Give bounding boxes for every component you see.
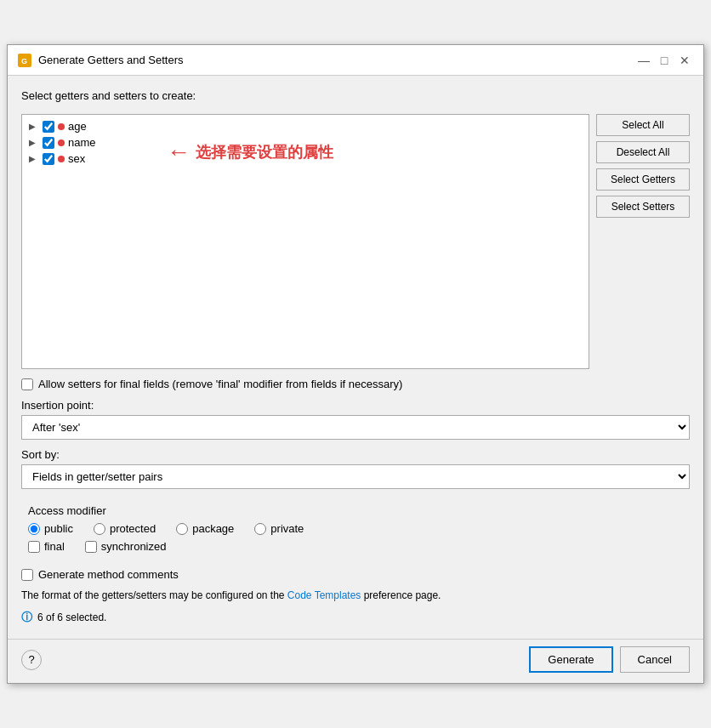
side-buttons: Select All Deselect All Select Getters S… bbox=[596, 114, 690, 218]
tree-container: ▶ age ▶ name ▶ bbox=[21, 114, 589, 369]
tree-arrow-sex: ▶ bbox=[29, 154, 39, 163]
tree-item-age[interactable]: ▶ age bbox=[26, 118, 585, 134]
deselect-all-button[interactable]: Deselect All bbox=[596, 141, 690, 163]
footer-row: ? Generate Cancel bbox=[8, 640, 703, 683]
status-icon: ⓘ bbox=[21, 610, 32, 625]
select-all-button[interactable]: Select All bbox=[596, 114, 690, 136]
tree-wrapper: ▶ age ▶ name ▶ bbox=[21, 114, 589, 369]
sort-by-select[interactable]: Fields in getter/setter pairs Alphabetic… bbox=[21, 464, 690, 489]
final-checkbox-item[interactable]: final bbox=[28, 540, 65, 553]
radio-package[interactable]: package bbox=[176, 522, 234, 535]
title-bar: G Generate Getters and Setters — □ ✕ bbox=[8, 45, 703, 76]
access-modifier-label: Access modifier bbox=[28, 504, 683, 517]
dialog-window: G Generate Getters and Setters — □ ✕ Sel… bbox=[7, 44, 704, 684]
allow-setters-row: Allow setters for final fields (remove '… bbox=[21, 378, 690, 390]
radio-input-protected[interactable] bbox=[94, 523, 105, 535]
radio-private[interactable]: private bbox=[254, 522, 304, 535]
radio-label-private: private bbox=[270, 522, 304, 535]
final-checkbox[interactable] bbox=[28, 541, 40, 553]
radio-input-package[interactable] bbox=[176, 523, 188, 535]
radio-public[interactable]: public bbox=[28, 522, 73, 535]
help-button[interactable]: ? bbox=[21, 650, 42, 670]
tree-checkbox-sex[interactable] bbox=[43, 153, 54, 165]
select-getters-button[interactable]: Select Getters bbox=[596, 168, 690, 191]
info-suffix: preference page. bbox=[364, 589, 441, 601]
info-text: The format of the getters/setters may be… bbox=[21, 589, 690, 601]
select-setters-button[interactable]: Select Setters bbox=[596, 196, 690, 218]
final-label: final bbox=[44, 540, 65, 553]
insertion-point-select[interactable]: After 'sex' Before 'age' First method La… bbox=[21, 415, 690, 440]
radio-protected[interactable]: protected bbox=[94, 522, 156, 535]
close-button[interactable]: ✕ bbox=[676, 52, 693, 69]
code-templates-link[interactable]: Code Templates bbox=[287, 589, 361, 601]
synchronized-checkbox[interactable] bbox=[85, 541, 97, 553]
tree-checkbox-age[interactable] bbox=[43, 121, 54, 133]
insertion-point-label: Insertion point: bbox=[21, 399, 690, 412]
dialog-body: Select getters and setters to create: ▶ … bbox=[8, 76, 703, 639]
tree-arrow-age: ▶ bbox=[29, 122, 39, 131]
radio-label-public: public bbox=[44, 522, 73, 535]
status-text: 6 of 6 selected. bbox=[37, 611, 106, 623]
tree-dot-sex bbox=[58, 156, 65, 162]
cancel-button[interactable]: Cancel bbox=[620, 646, 690, 673]
dialog-icon: G bbox=[18, 54, 31, 67]
tree-area-row: ▶ age ▶ name ▶ bbox=[21, 114, 690, 369]
allow-setters-checkbox[interactable] bbox=[21, 378, 33, 390]
radio-input-public[interactable] bbox=[28, 523, 40, 535]
info-prefix: The format of the getters/setters may be… bbox=[21, 589, 285, 601]
tree-dot-name bbox=[58, 139, 65, 146]
instruction-label: Select getters and setters to create: bbox=[21, 89, 690, 102]
insertion-point-row: Insertion point: After 'sex' Before 'age… bbox=[21, 399, 690, 440]
generate-comments-row: Generate method comments bbox=[21, 568, 690, 581]
synchronized-checkbox-item[interactable]: synchronized bbox=[85, 540, 167, 553]
annotation: ← 选择需要设置的属性 bbox=[167, 140, 333, 164]
radio-label-protected: protected bbox=[110, 522, 156, 535]
radio-row: public protected package private bbox=[28, 522, 683, 535]
sort-by-label: Sort by: bbox=[21, 448, 690, 461]
annotation-text: 选择需要设置的属性 bbox=[196, 142, 333, 162]
sort-by-row: Sort by: Fields in getter/setter pairs A… bbox=[21, 448, 690, 489]
radio-input-private[interactable] bbox=[254, 523, 266, 535]
tree-label-sex: sex bbox=[68, 152, 85, 165]
modifier-checkboxes-row: final synchronized bbox=[28, 540, 683, 553]
title-bar-left: G Generate Getters and Setters bbox=[18, 54, 184, 67]
generate-comments-checkbox[interactable] bbox=[21, 569, 33, 581]
dialog-title: Generate Getters and Setters bbox=[38, 54, 184, 66]
allow-setters-label: Allow setters for final fields (remove '… bbox=[38, 378, 402, 390]
footer-buttons: Generate Cancel bbox=[529, 646, 690, 673]
radio-label-package: package bbox=[192, 522, 234, 535]
tree-label-age: age bbox=[68, 120, 87, 133]
svg-text:G: G bbox=[21, 57, 27, 65]
generate-comments-label: Generate method comments bbox=[38, 568, 179, 581]
synchronized-label: synchronized bbox=[101, 540, 167, 553]
tree-dot-age bbox=[58, 123, 65, 130]
minimize-button[interactable]: — bbox=[635, 52, 652, 69]
tree-checkbox-name[interactable] bbox=[43, 137, 54, 149]
tree-label-name: name bbox=[68, 136, 96, 149]
status-row: ⓘ 6 of 6 selected. bbox=[21, 610, 690, 625]
maximize-button[interactable]: □ bbox=[656, 52, 673, 69]
title-controls: — □ ✕ bbox=[635, 52, 693, 69]
annotation-arrow-icon: ← bbox=[167, 140, 191, 164]
tree-arrow-name: ▶ bbox=[29, 138, 39, 147]
generate-button[interactable]: Generate bbox=[529, 646, 612, 673]
access-modifier-group: Access modifier public protected package bbox=[21, 498, 690, 560]
